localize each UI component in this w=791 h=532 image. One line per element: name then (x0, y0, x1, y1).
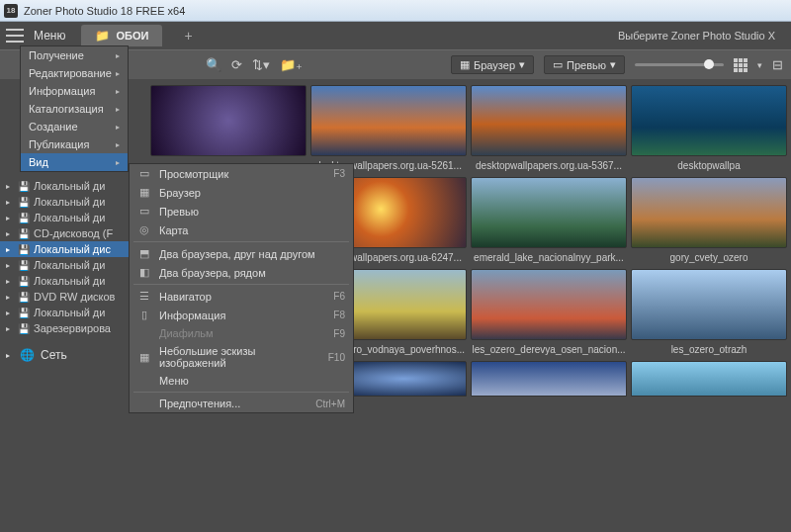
submenu-item[interactable]: ⬒Два браузера, друг над другом (130, 244, 353, 263)
sort-icon[interactable]: ⇅▾ (252, 57, 270, 72)
thumbnail-image (310, 85, 467, 156)
menu-glyph-icon: ▯ (137, 309, 151, 321)
thumbnail-image (471, 85, 627, 156)
thumbnail-label: desktopwallpapers.org.ua-5367... (476, 160, 622, 171)
refresh-icon[interactable]: ⟳ (231, 57, 242, 72)
drive-icon: 💾 (18, 197, 30, 208)
new-tab-button[interactable]: + (178, 28, 198, 44)
network-icon: 🌐 (20, 348, 35, 362)
menu-glyph-icon: ⬒ (137, 247, 151, 260)
submenu-item: ДиафильмF9 (130, 324, 353, 342)
titlebar: 18 Zoner Photo Studio 18 FREE x64 (0, 0, 791, 22)
submenu-item[interactable]: ▯ИнформацияF8 (130, 306, 353, 324)
promo-link[interactable]: Выберите Zoner Photo Studio X (618, 30, 785, 42)
slider-thumb[interactable] (704, 59, 714, 69)
thumbnail[interactable]: les_ozero_derevya_osen_nacion... (471, 269, 627, 355)
folder-icon: 📁 (95, 29, 110, 43)
sidebar-disk[interactable]: ▸💾Локальный ди (0, 273, 146, 289)
window-title: Zoner Photo Studio 18 FREE x64 (24, 5, 185, 17)
preview-mode-dropdown[interactable]: ▭ Превью ▾ (544, 55, 625, 74)
submenu-item[interactable]: Меню (130, 372, 353, 390)
expand-arrow-icon: ▸ (6, 261, 14, 270)
thumbnail-image (471, 269, 627, 340)
submenu-item[interactable]: ▦Небольшие эскизы изображенийF10 (130, 342, 353, 372)
thumbnail[interactable]: desktopwallpapers.org.ua-5261... (310, 85, 467, 171)
menu-item-публикация[interactable]: Публикация▸ (21, 135, 128, 153)
search-icon[interactable]: 🔍 (206, 57, 221, 72)
expand-arrow-icon: ▸ (6, 309, 14, 317)
chevron-down-icon[interactable]: ▾ (757, 60, 762, 70)
submenu-item[interactable]: ◧Два браузера, рядом (130, 263, 353, 282)
menu-item-вид[interactable]: Вид▸ (21, 153, 128, 171)
sidebar-disk[interactable]: ▸💾Локальный ди (0, 257, 146, 273)
thumbnail-image (631, 177, 787, 248)
expand-arrow-icon: ▸ (6, 351, 14, 360)
thumbnail[interactable]: desktopwallpa (631, 85, 787, 171)
submenu-item[interactable]: ▭Превью (130, 202, 353, 221)
expand-arrow-icon: ▸ (6, 214, 14, 222)
menu-item-каталогизация[interactable]: Каталогизация▸ (21, 100, 128, 118)
thumbnail-image (471, 177, 627, 248)
grid-view-icon[interactable] (734, 58, 747, 72)
thumbnail[interactable]: les_ozero_otrazh (631, 269, 787, 355)
drive-icon: 💾 (18, 260, 30, 271)
sidebar-disk[interactable]: ▸💾Локальный дис (0, 241, 146, 257)
app-icon: 18 (4, 4, 18, 18)
hamburger-icon[interactable] (6, 29, 24, 43)
menu-glyph-icon: ☰ (137, 290, 151, 303)
chevron-down-icon: ▾ (610, 58, 616, 71)
menu-item-редактирование[interactable]: Редактирование▸ (21, 64, 128, 82)
drive-icon: 💾 (18, 228, 30, 239)
submenu-item[interactable]: ▦Браузер (130, 183, 353, 202)
expand-arrow-icon: ▸ (6, 293, 14, 302)
sidebar-disk[interactable]: ▸💾Локальный ди (0, 194, 146, 210)
thumbnail[interactable]: desktopwallpapers.org.ua-5367... (471, 85, 627, 171)
submenu-item[interactable]: ▭ПросмотрщикF3 (130, 164, 353, 183)
menu-item-получение[interactable]: Получение▸ (21, 46, 128, 64)
sidebar-network[interactable]: ▸ 🌐 Сеть (0, 344, 146, 366)
menu-item-информация[interactable]: Информация▸ (21, 82, 128, 100)
menu-glyph-icon: ▭ (137, 167, 151, 180)
add-folder-icon[interactable]: 📁₊ (280, 57, 303, 72)
thumbnail-image (631, 85, 787, 156)
menu-glyph-icon: ◧ (137, 266, 151, 279)
thumbnail[interactable] (631, 361, 787, 397)
submenu-item[interactable]: ☰НавигаторF6 (130, 287, 353, 306)
sidebar-disk[interactable]: ▸💾Локальный ди (0, 305, 146, 320)
thumbnail-label: emerald_lake_nacionalnyy_park... (474, 252, 624, 263)
thumbnail[interactable]: gory_cvety_ozero (631, 177, 787, 263)
thumbnail-image (150, 85, 307, 156)
sidebar-disk[interactable]: ▸💾Локальный ди (0, 178, 146, 194)
view-submenu: ▭ПросмотрщикF3▦Браузер▭Превью◎Карта⬒Два … (129, 163, 354, 413)
drive-icon: 💾 (18, 244, 30, 255)
expand-arrow-icon: ▸ (6, 277, 14, 286)
thumbnail[interactable] (471, 361, 627, 397)
thumb-size-slider[interactable] (635, 63, 724, 66)
drive-icon: 💾 (18, 276, 30, 287)
preview-icon: ▭ (553, 58, 563, 71)
submenu-item[interactable]: Предпочтения...Ctrl+M (130, 395, 353, 412)
thumbnail[interactable]: emerald_lake_nacionalnyy_park... (471, 177, 627, 263)
sidebar-disk[interactable]: ▸💾Зарезервирова (0, 320, 146, 336)
grid-small-icon: ▦ (460, 58, 470, 71)
browser-mode-dropdown[interactable]: ▦ Браузер ▾ (451, 55, 534, 74)
drive-icon: 💾 (18, 213, 30, 223)
thumbnail[interactable] (150, 85, 307, 171)
expand-arrow-icon: ▸ (6, 198, 14, 207)
thumbnail-image (471, 361, 627, 397)
sidebar-disk[interactable]: ▸💾DVD RW дисков (0, 289, 146, 305)
menu-button[interactable]: Меню (30, 29, 69, 43)
sidebar-disk[interactable]: ▸💾CD-дисковод (F (0, 225, 146, 241)
thumbnail-label: les_ozero_derevya_osen_nacion... (472, 344, 625, 355)
drive-icon: 💾 (18, 323, 30, 334)
menu-item-создание[interactable]: Создание▸ (21, 118, 128, 135)
submenu-item[interactable]: ◎Карта (130, 221, 353, 239)
menu-glyph-icon: ◎ (137, 223, 151, 236)
expand-arrow-icon: ▸ (6, 324, 14, 333)
tab-oboi[interactable]: 📁 ОБОИ (81, 25, 162, 46)
menu-glyph-icon: ▦ (137, 186, 151, 199)
collapse-icon[interactable]: ⊟ (772, 57, 783, 72)
thumbnail-label: les_ozero_otrazh (671, 344, 747, 355)
thumbnail-image (631, 361, 787, 397)
sidebar-disk[interactable]: ▸💾Локальный ди (0, 210, 146, 225)
